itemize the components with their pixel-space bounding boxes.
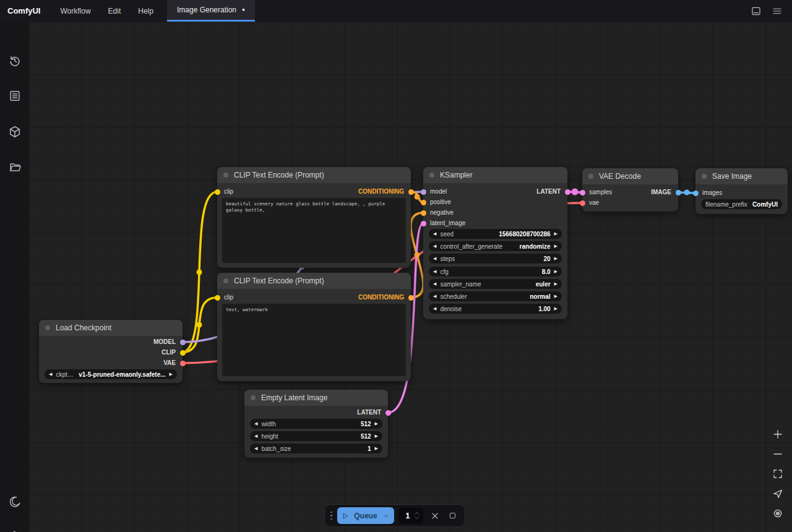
node-clip-text-encode-positive[interactable]: CLIP Text Encode (Prompt) clip CONDITION… <box>217 167 411 268</box>
port-latent-out[interactable] <box>565 189 570 195</box>
widget-steps[interactable]: ◀ steps 20 ▶ <box>429 254 562 264</box>
widget-height[interactable]: ◀ height 512 ▶ <box>250 431 382 441</box>
widget-left-arrow-icon[interactable]: ◀ <box>254 446 257 451</box>
widget-control-after-generate[interactable]: ◀ control_after_generate randomize ▶ <box>429 241 562 251</box>
port-latent-in[interactable] <box>421 221 426 226</box>
widget-right-arrow-icon[interactable]: ▶ <box>375 434 378 439</box>
widget-right-arrow-icon[interactable]: ▶ <box>170 372 173 377</box>
port-conditioning-out[interactable] <box>408 295 414 301</box>
widget-left-arrow-icon[interactable]: ◀ <box>433 244 436 249</box>
node-header[interactable]: CLIP Text Encode (Prompt) <box>217 167 411 183</box>
node-vae-decode[interactable]: VAE Decode samples vae IMAGE <box>582 168 678 212</box>
port-negative-in[interactable] <box>421 210 426 216</box>
zoom-in-icon[interactable] <box>770 428 786 440</box>
widget-right-arrow-icon[interactable]: ▶ <box>554 256 557 261</box>
stepper-down-icon[interactable] <box>414 516 420 520</box>
widget-left-arrow-icon[interactable]: ◀ <box>433 231 436 236</box>
node-header[interactable]: CLIP Text Encode (Prompt) <box>217 273 411 289</box>
queue-bar-drag-handle[interactable] <box>330 512 333 520</box>
bottom-panel-toggle-icon[interactable] <box>749 4 764 19</box>
port-latent-out[interactable] <box>385 410 391 416</box>
menu-help[interactable]: Help <box>129 0 162 22</box>
widget-right-arrow-icon[interactable]: ▶ <box>554 294 557 299</box>
stepper-up-icon[interactable] <box>414 511 420 515</box>
widget-right-arrow-icon[interactable]: ▶ <box>375 446 378 451</box>
node-header[interactable]: Empty Latent Image <box>244 390 388 406</box>
menu-workflow[interactable]: Workflow <box>51 0 99 22</box>
widget-left-arrow-icon[interactable]: ◀ <box>433 269 436 274</box>
node-load-checkpoint[interactable]: Load Checkpoint MODEL CLIP VAE ◀ ckpt_na… <box>39 320 183 383</box>
node-title: CLIP Text Encode (Prompt) <box>234 171 324 179</box>
fit-view-icon[interactable] <box>770 468 786 479</box>
widget-ckpt-name[interactable]: ◀ ckpt_name v1-5-pruned-emaonly.safete..… <box>45 369 177 379</box>
widget-right-arrow-icon[interactable]: ▶ <box>554 281 557 286</box>
widget-left-arrow-icon[interactable]: ◀ <box>433 281 436 286</box>
port-image-out[interactable] <box>676 190 681 195</box>
widget-left-arrow-icon[interactable]: ◀ <box>49 372 52 377</box>
port-vae-in[interactable] <box>580 200 585 206</box>
node-header[interactable]: Save Image <box>695 168 788 184</box>
collapse-dot[interactable] <box>702 174 707 179</box>
settings-gear-icon[interactable] <box>7 529 22 532</box>
clear-queue-icon[interactable] <box>428 508 441 523</box>
widget-left-arrow-icon[interactable]: ◀ <box>254 421 257 426</box>
node-ksampler[interactable]: KSampler model positive negative latent_… <box>423 167 567 319</box>
prompt-textarea[interactable]: beautiful scenery nature glass bottle la… <box>222 198 406 263</box>
collapse-dot[interactable] <box>251 395 256 400</box>
port-images-in[interactable] <box>693 191 699 196</box>
hamburger-menu-icon[interactable] <box>770 4 785 19</box>
node-header[interactable]: KSampler <box>423 167 567 183</box>
select-mode-cursor-icon[interactable] <box>770 487 786 499</box>
model-library-icon[interactable] <box>7 124 22 139</box>
port-samples-in[interactable] <box>580 190 585 195</box>
tab-image-generation[interactable]: Image Generation ● <box>167 0 255 22</box>
widget-scheduler[interactable]: ◀ scheduler normal ▶ <box>429 291 562 301</box>
port-positive-in[interactable] <box>421 200 426 205</box>
widget-denoise[interactable]: ◀ denoise 1.00 ▶ <box>429 304 562 314</box>
batch-count-input[interactable]: 1 <box>398 507 423 524</box>
collapse-dot[interactable] <box>223 173 228 178</box>
port-model-out[interactable] <box>180 340 186 345</box>
collapse-dot[interactable] <box>429 173 434 178</box>
node-empty-latent-image[interactable]: Empty Latent Image LATENT ◀ width 512 ▶ … <box>244 390 388 458</box>
node-header[interactable]: Load Checkpoint <box>39 320 183 336</box>
chevron-down-icon[interactable] <box>382 512 390 520</box>
queue-history-icon[interactable] <box>7 53 22 68</box>
widget-left-arrow-icon[interactable]: ◀ <box>254 434 257 439</box>
collapse-dot[interactable] <box>45 325 50 330</box>
collapse-dot[interactable] <box>223 278 228 283</box>
port-clip-out[interactable] <box>180 350 186 356</box>
node-library-icon[interactable] <box>7 88 22 103</box>
zoom-out-icon[interactable] <box>770 448 786 460</box>
node-clip-text-encode-negative[interactable]: CLIP Text Encode (Prompt) clip CONDITION… <box>217 273 411 381</box>
widget-filename-prefix[interactable]: filename_prefix ComfyUI <box>701 199 782 209</box>
menu-edit[interactable]: Edit <box>100 0 130 22</box>
collapse-dot[interactable] <box>588 174 593 179</box>
prompt-textarea[interactable]: text, watermark <box>222 304 406 376</box>
workflows-folder-icon[interactable] <box>7 160 22 174</box>
queue-button[interactable]: Queue <box>337 507 395 524</box>
port-conditioning-out[interactable] <box>408 189 414 195</box>
widget-width[interactable]: ◀ width 512 ▶ <box>250 419 382 429</box>
widget-right-arrow-icon[interactable]: ▶ <box>375 421 378 426</box>
widget-right-arrow-icon[interactable]: ▶ <box>554 244 557 249</box>
node-header[interactable]: VAE Decode <box>582 168 678 184</box>
port-vae-out[interactable] <box>180 361 186 366</box>
widget-cfg[interactable]: ◀ cfg 8.0 ▶ <box>429 267 562 277</box>
node-save-image[interactable]: Save Image images filename_prefix ComfyU… <box>695 168 788 214</box>
theme-toggle-moon-icon[interactable] <box>7 494 22 509</box>
toggle-link-visibility-eye-icon[interactable] <box>770 507 786 519</box>
widget-right-arrow-icon[interactable]: ▶ <box>554 269 557 274</box>
widget-seed[interactable]: ◀ seed 156680208700286 ▶ <box>429 229 562 239</box>
widget-left-arrow-icon[interactable]: ◀ <box>433 256 436 261</box>
widget-left-arrow-icon[interactable]: ◀ <box>433 306 436 311</box>
widget-left-arrow-icon[interactable]: ◀ <box>433 294 436 299</box>
port-clip-in[interactable] <box>215 295 220 301</box>
port-clip-in[interactable] <box>215 189 220 195</box>
widget-sampler-name[interactable]: ◀ sampler_name euler ▶ <box>429 279 562 289</box>
widget-right-arrow-icon[interactable]: ▶ <box>554 231 557 236</box>
stop-icon[interactable] <box>446 508 460 523</box>
widget-right-arrow-icon[interactable]: ▶ <box>554 306 557 311</box>
port-model-in[interactable] <box>421 189 426 195</box>
widget-batch-size[interactable]: ◀ batch_size 1 ▶ <box>250 444 382 453</box>
